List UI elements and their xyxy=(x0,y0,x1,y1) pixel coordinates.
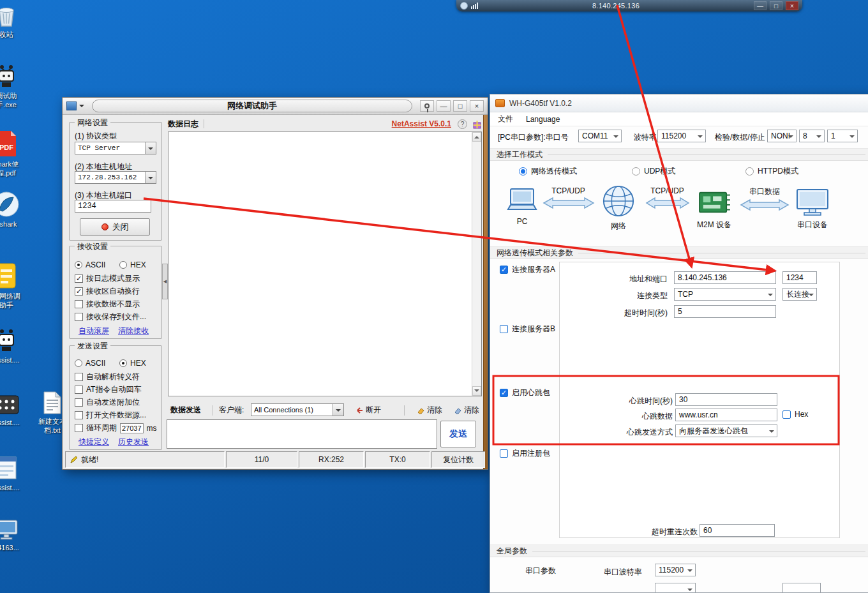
quick-define-link[interactable]: 快捷定义 xyxy=(79,437,109,447)
checkbox-icon[interactable] xyxy=(500,266,508,274)
protocol-select[interactable]: TCP Server xyxy=(75,142,156,154)
checkbox-icon[interactable] xyxy=(500,325,508,333)
data-log-textarea[interactable] xyxy=(168,131,482,396)
checkbox-icon[interactable] xyxy=(75,411,83,419)
send-check-escape[interactable]: 自动解析转义符 xyxy=(75,372,140,382)
autoscroll-link[interactable]: 自动滚屏 xyxy=(79,326,109,336)
desktop-icon-wireshark[interactable]: eshark xyxy=(0,191,27,229)
heartbeat-checkbox[interactable]: 启用心跳包 xyxy=(500,387,550,398)
recv-check-hide[interactable]: 接收数据不显示 xyxy=(75,299,140,310)
checkbox-icon[interactable] xyxy=(75,424,83,432)
close-connection-button[interactable]: 关闭 xyxy=(80,218,150,236)
reset-count-button[interactable]: 复位计数 xyxy=(431,451,485,468)
radio-icon[interactable] xyxy=(519,167,527,176)
desktop-icon-netassist-exe[interactable]: 调试助 手.exe xyxy=(0,63,27,110)
desktop-icon-monitor[interactable]: 14163... xyxy=(0,518,27,552)
recv-check-logmode[interactable]: 按日志模式显示 xyxy=(75,273,140,284)
restore-button[interactable]: □ xyxy=(770,1,782,10)
send-input-textarea[interactable] xyxy=(167,419,437,449)
send-check-append[interactable]: 自动发送附加位 xyxy=(75,397,140,408)
minimize-button[interactable]: — xyxy=(754,1,767,10)
desktop-icon-recycle-bin[interactable]: 收站 xyxy=(0,4,27,39)
port-input[interactable]: 1234 xyxy=(75,200,151,213)
pin-button[interactable] xyxy=(420,100,434,112)
checkbox-icon[interactable] xyxy=(500,449,508,458)
recv-check-wrap[interactable]: 接收区自动换行 xyxy=(75,286,140,297)
desktop-icon-assist-3[interactable]: Assist.... xyxy=(0,454,27,492)
maximize-button[interactable]: □ xyxy=(453,100,467,112)
heartbeat-data-input[interactable]: www.usr.cn xyxy=(675,409,777,421)
disconnect-button[interactable]: 断开 xyxy=(355,405,381,416)
send-check-filesource[interactable]: 打开文件数据源... xyxy=(75,410,146,421)
pin-icon[interactable] xyxy=(460,2,468,10)
host-select[interactable]: 172.28.253.162 xyxy=(75,171,156,184)
cutoff-select-1[interactable] xyxy=(655,583,696,593)
checkbox-icon[interactable] xyxy=(500,389,508,397)
netassist-titlebar[interactable]: 网络调试助手 — □ × xyxy=(63,98,488,115)
parity-select[interactable]: NONI xyxy=(767,130,797,142)
stopbits-select[interactable]: 1 xyxy=(827,130,858,142)
keepalive-select[interactable]: 长连接 xyxy=(782,288,817,301)
recv-check-savefile[interactable]: 接收保存到文件... xyxy=(75,312,146,322)
connection-bar[interactable]: 8.140.245.136 — □ × xyxy=(456,0,802,11)
mode-transparent-radio[interactable]: 网络透传模式 xyxy=(519,166,577,177)
menu-file[interactable]: 文件 xyxy=(498,114,513,124)
server-a-address-input[interactable]: 8.140.245.136 xyxy=(674,271,776,284)
databits-select[interactable]: 8 xyxy=(799,130,825,142)
server-b-checkbox[interactable]: 连接服务器B xyxy=(500,324,555,334)
checkbox-icon[interactable] xyxy=(75,274,83,283)
checkbox-icon[interactable] xyxy=(75,313,83,321)
clear-button-2[interactable]: 清除 xyxy=(454,405,479,416)
radio-icon[interactable] xyxy=(119,261,127,269)
checkbox-icon[interactable] xyxy=(75,373,83,381)
cycle-input[interactable]: 27037 xyxy=(120,423,144,433)
checkbox-icon[interactable] xyxy=(75,287,83,296)
scroll-up-arrow[interactable] xyxy=(472,132,481,142)
connection-type-select[interactable]: TCP xyxy=(674,288,776,301)
desktop-icon-pdf[interactable]: PDF shark使 程.pdf xyxy=(0,130,27,178)
checkbox-icon[interactable] xyxy=(75,398,83,407)
radio-icon[interactable] xyxy=(75,261,82,269)
mode-httpd-radio[interactable]: HTTPD模式 xyxy=(745,166,798,177)
client-select[interactable]: All Connections (1) xyxy=(251,403,344,416)
history-send-link[interactable]: 历史发送 xyxy=(118,437,149,447)
checkbox-icon[interactable] xyxy=(782,410,791,419)
desktop-icon-serial-assist[interactable]: 和网络调 助手 xyxy=(0,262,27,310)
heartbeat-mode-select[interactable]: 向服务器发送心跳包 xyxy=(675,424,777,437)
recv-ascii-radio[interactable]: ASCII xyxy=(75,260,105,269)
cutoff-input-1[interactable] xyxy=(782,583,821,593)
desktop-icon-assist-1[interactable]: Assist.... xyxy=(0,327,27,364)
radio-icon[interactable] xyxy=(75,359,82,367)
send-ascii-radio[interactable]: ASCII xyxy=(75,359,105,368)
baud-select[interactable]: 115200 xyxy=(657,130,706,142)
checkbox-icon[interactable] xyxy=(75,300,83,308)
send-button[interactable]: 发送 xyxy=(440,421,476,447)
gift-icon[interactable] xyxy=(472,119,482,129)
desktop-icon-assist-2[interactable]: Assist.... xyxy=(0,393,27,427)
send-check-cycle[interactable]: 循环周期 27037 ms xyxy=(75,423,157,433)
com-port-select[interactable]: COM11 xyxy=(578,130,622,142)
close-button[interactable]: × xyxy=(786,1,798,10)
clear-button-1[interactable]: 清除 xyxy=(417,405,442,416)
reconnect-input[interactable]: 60 xyxy=(700,524,775,537)
send-check-at[interactable]: AT指令自动回车 xyxy=(75,384,141,395)
radio-icon[interactable] xyxy=(632,167,640,176)
scroll-down-arrow[interactable] xyxy=(472,386,481,396)
collapse-panel-arrow[interactable]: ◀ xyxy=(162,264,168,299)
netassist-version-link[interactable]: NetAssist V5.0.1 xyxy=(392,119,451,128)
chevron-down-icon[interactable] xyxy=(79,105,84,110)
clear-receive-link[interactable]: 清除接收 xyxy=(118,326,149,336)
radio-icon[interactable] xyxy=(119,359,127,367)
radio-icon[interactable] xyxy=(745,167,754,176)
server-a-checkbox[interactable]: 连接服务器A xyxy=(500,264,555,275)
menu-language[interactable]: Language xyxy=(526,115,560,124)
timeout-input[interactable]: 5 xyxy=(674,305,776,318)
global-baud-select[interactable]: 115200 xyxy=(655,564,696,576)
register-checkbox[interactable]: 启用注册包 xyxy=(500,448,550,459)
vertical-scrollbar[interactable] xyxy=(472,132,481,396)
help-icon[interactable]: ? xyxy=(458,119,467,129)
mode-udp-radio[interactable]: UDP模式 xyxy=(632,166,675,177)
close-button[interactable]: × xyxy=(470,100,484,112)
minimize-button[interactable]: — xyxy=(437,100,451,112)
checkbox-icon[interactable] xyxy=(75,386,83,394)
